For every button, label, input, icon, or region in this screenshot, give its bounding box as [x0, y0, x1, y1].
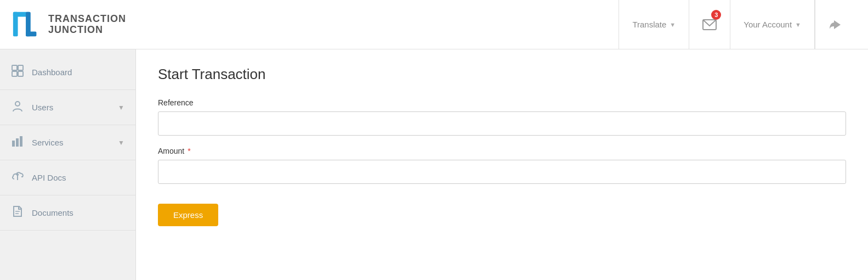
users-icon — [11, 100, 24, 115]
page-title: Start Transaction — [158, 66, 846, 83]
forward-icon — [829, 17, 844, 32]
header-right: Translate ▼ 3 Your Account ▼ — [619, 0, 857, 49]
sidebar-item-api-docs-label: API Docs — [32, 173, 124, 182]
logo-line1: TRANSACTION — [48, 14, 126, 25]
sidebar-item-services-label: Services — [32, 138, 110, 147]
translate-button[interactable]: Translate ▼ — [619, 0, 689, 49]
mail-button[interactable]: 3 — [689, 0, 730, 49]
amount-label: Amount * — [158, 147, 846, 155]
logo-line2: JUNCTION — [48, 25, 126, 36]
sidebar-item-users-label: Users — [32, 103, 110, 112]
sidebar-item-dashboard[interactable]: Dashboard — [0, 55, 135, 90]
logo-text: TRANSACTION JUNCTION — [48, 14, 126, 36]
sidebar-item-documents[interactable]: Documents — [0, 195, 135, 231]
required-indicator: * — [185, 147, 190, 155]
services-icon — [11, 135, 24, 150]
documents-icon — [11, 205, 24, 220]
services-chevron-icon: ▼ — [118, 139, 124, 147]
sidebar-item-api-docs[interactable]: API Docs — [0, 160, 135, 195]
express-button[interactable]: Express — [158, 204, 218, 226]
reference-label: Reference — [158, 98, 846, 107]
svg-rect-12 — [20, 136, 22, 147]
translate-label: Translate — [632, 20, 666, 29]
sidebar: Dashboard Users ▼ Services ▼ API Docs — [0, 49, 136, 280]
logo-area: TRANSACTION JUNCTION — [11, 9, 619, 41]
svg-rect-8 — [18, 71, 23, 76]
svg-rect-10 — [12, 141, 15, 147]
reference-field-group: Reference — [158, 98, 846, 136]
account-chevron-icon: ▼ — [795, 21, 801, 28]
mail-icon — [702, 19, 717, 30]
api-icon — [11, 170, 24, 185]
amount-input[interactable] — [158, 160, 846, 184]
sidebar-item-documents-label: Documents — [32, 208, 124, 217]
main-content: Start Transaction Reference Amount * Exp… — [136, 49, 868, 280]
svg-rect-1 — [13, 12, 18, 36]
account-label: Your Account — [744, 20, 792, 29]
svg-rect-11 — [16, 138, 19, 147]
layout: Dashboard Users ▼ Services ▼ API Docs — [0, 49, 868, 280]
translate-chevron-icon: ▼ — [670, 21, 676, 28]
svg-rect-7 — [12, 71, 17, 76]
sidebar-item-services[interactable]: Services ▼ — [0, 125, 135, 160]
sidebar-item-users[interactable]: Users ▼ — [0, 90, 135, 125]
sidebar-item-dashboard-label: Dashboard — [32, 68, 124, 77]
account-button[interactable]: Your Account ▼ — [730, 0, 815, 49]
forward-button[interactable] — [815, 0, 857, 49]
amount-field-group: Amount * — [158, 147, 846, 184]
svg-point-9 — [15, 102, 20, 106]
mail-badge: 3 — [711, 10, 721, 20]
svg-rect-5 — [12, 65, 17, 70]
dashboard-icon — [11, 65, 24, 80]
svg-rect-3 — [26, 31, 36, 36]
reference-input[interactable] — [158, 111, 846, 136]
svg-rect-6 — [18, 65, 23, 70]
header: TRANSACTION JUNCTION Translate ▼ 3 Your … — [0, 0, 868, 49]
logo-icon — [11, 9, 43, 41]
users-chevron-icon: ▼ — [118, 104, 124, 111]
